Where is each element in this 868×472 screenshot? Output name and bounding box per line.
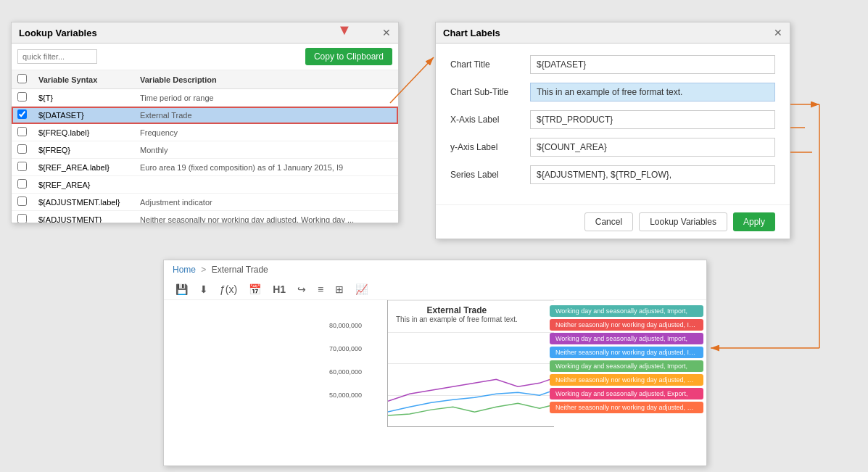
row-checkbox-cell[interactable] <box>12 107 33 124</box>
lookup-dialog-title: Lookup Variables <box>19 28 97 38</box>
legend-item: Working day and seasonally adjusted, Exp… <box>550 388 703 399</box>
row-checkbox-cell[interactable] <box>12 159 33 176</box>
row-description <box>134 176 398 194</box>
lookup-dialog-close[interactable]: ✕ <box>382 27 391 38</box>
form-input-3[interactable] <box>530 138 775 157</box>
lookup-toolbar: Copy to Clipboard <box>12 44 398 70</box>
row-checkbox[interactable] <box>17 92 27 102</box>
chart-labels-dialog: Chart Labels ✕ Chart Title Chart Sub-Tit… <box>435 22 790 239</box>
row-description: External Trade <box>134 107 398 124</box>
row-syntax: ${ADJUSTMENT} <box>33 211 134 223</box>
lookup-variables-dialog: Lookup Variables ✕ Copy to Clipboard Var… <box>11 22 399 223</box>
table-header-row: Variable Syntax Variable Description <box>12 70 398 89</box>
form-input-4[interactable] <box>530 165 775 184</box>
chart-labels-close[interactable]: ✕ <box>774 27 782 38</box>
table-row[interactable]: ${ADJUSTMENT} Neither seasonally nor wor… <box>12 211 398 223</box>
y-axis-value-2: 70,000,000 <box>329 345 362 352</box>
table-row[interactable]: ${T} Time period or range <box>12 89 398 107</box>
table-row[interactable]: ${DATASET} External Trade <box>12 107 398 124</box>
legend-item: Working day and seasonally adjusted, Imp… <box>550 305 703 317</box>
form-row-2: X-Axis Label <box>450 110 775 129</box>
legend-item: Neither seasonally nor working day adjus… <box>550 374 703 386</box>
form-label-2: X-Axis Label <box>450 115 530 125</box>
chart-legend: Working day and seasonally adjusted, Imp… <box>547 302 706 416</box>
row-checkbox-cell[interactable] <box>12 141 33 159</box>
cancel-button[interactable]: Cancel <box>584 212 633 231</box>
table-row[interactable]: ${REF_AREA.label} Euro area 19 (fixed co… <box>12 159 398 176</box>
row-checkbox-cell[interactable] <box>12 194 33 211</box>
download-icon[interactable]: ⬇ <box>197 282 211 297</box>
legend-item: Neither seasonally nor working day adjus… <box>550 402 703 413</box>
form-row-0: Chart Title <box>450 55 775 74</box>
row-checkbox[interactable] <box>17 196 27 206</box>
breadcrumb-separator: > <box>201 265 206 275</box>
form-input-2[interactable] <box>530 110 775 129</box>
row-description: Monthly <box>134 141 398 159</box>
function-icon[interactable]: ƒ(x) <box>217 282 240 297</box>
variables-table: Variable Syntax Variable Description ${T… <box>12 70 398 223</box>
list-icon[interactable]: ≡ <box>315 282 326 297</box>
lookup-variables-button[interactable]: Lookup Variables <box>639 212 727 231</box>
form-label-4: Series Label <box>450 170 530 180</box>
chart-labels-footer: Cancel Lookup Variables Apply <box>436 204 790 239</box>
breadcrumb-home[interactable]: Home <box>173 265 196 275</box>
chart-toolbar: 💾 ⬇ ƒ(x) 📅 H1 ↪ ≡ ⊞ 📈 <box>164 279 706 300</box>
row-checkbox[interactable] <box>17 179 27 189</box>
row-checkbox[interactable] <box>17 214 27 223</box>
row-description: Adjustment indicator <box>134 194 398 211</box>
legend-item: Neither seasonally nor working day adjus… <box>550 319 703 331</box>
table-row[interactable]: ${FREQ.label} Frequency <box>12 124 398 141</box>
row-checkbox[interactable] <box>17 127 27 136</box>
apply-button[interactable]: Apply <box>733 212 775 231</box>
table-icon[interactable]: ⊞ <box>332 282 347 297</box>
breadcrumb-current: External Trade <box>212 265 268 275</box>
table-row[interactable]: ${ADJUSTMENT.label} Adjustment indicator <box>12 194 398 211</box>
legend-item: Neither seasonally nor working day adjus… <box>550 347 703 358</box>
filter-input[interactable] <box>17 49 97 64</box>
row-syntax: ${FREQ.label} <box>33 124 134 141</box>
form-input-1[interactable] <box>530 83 775 102</box>
variables-table-container: Variable Syntax Variable Description ${T… <box>12 70 398 223</box>
row-description: Euro area 19 (fixed composition) as of 1… <box>134 159 398 176</box>
row-description: Frequency <box>134 124 398 141</box>
share-icon[interactable]: ↪ <box>294 282 309 297</box>
chart-breadcrumb: Home > External Trade <box>164 260 706 279</box>
select-all-checkbox[interactable] <box>17 74 27 83</box>
row-checkbox-cell[interactable] <box>12 211 33 223</box>
form-row-1: Chart Sub-Title <box>450 83 775 102</box>
y-axis-value-3: 60,000,000 <box>329 368 362 376</box>
row-checkbox-cell[interactable] <box>12 124 33 141</box>
row-syntax: ${ADJUSTMENT.label} <box>33 194 134 211</box>
row-checkbox[interactable] <box>17 162 27 171</box>
row-checkbox-cell[interactable] <box>12 176 33 194</box>
save-icon[interactable]: 💾 <box>173 282 191 297</box>
heading-icon[interactable]: H1 <box>270 282 289 297</box>
row-checkbox[interactable] <box>17 144 27 154</box>
table-row[interactable]: ${REF_AREA} <box>12 176 398 194</box>
copy-to-clipboard-button[interactable]: Copy to Clipboard <box>305 48 392 65</box>
legend-item: Working day and seasonally adjusted, Imp… <box>550 360 703 372</box>
table-row[interactable]: ${FREQ} Monthly <box>12 141 398 159</box>
form-row-4: Series Label <box>450 165 775 184</box>
y-axis-value-4: 50,000,000 <box>329 392 362 399</box>
row-syntax: ${FREQ} <box>33 141 134 159</box>
legend-item: Working day and seasonally adjusted, Imp… <box>550 333 703 344</box>
row-checkbox[interactable] <box>17 109 27 119</box>
chart-panel: Home > External Trade 💾 ⬇ ƒ(x) 📅 H1 ↪ ≡ … <box>163 260 707 466</box>
chart-sub-title: This in an example of free format text. <box>396 315 518 323</box>
syntax-header: Variable Syntax <box>33 70 134 89</box>
description-header: Variable Description <box>134 70 398 89</box>
form-label-3: y-Axis Label <box>450 142 530 152</box>
row-description: Time period or range <box>134 89 398 107</box>
form-label-1: Chart Sub-Title <box>450 87 530 97</box>
chart-line-icon[interactable]: 📈 <box>352 282 371 297</box>
row-syntax: ${REF_AREA} <box>33 176 134 194</box>
chart-labels-body: Chart Title Chart Sub-Title X-Axis Label… <box>436 44 790 204</box>
red-down-arrow-indicator: ▼ <box>337 22 352 38</box>
row-syntax: ${DATASET} <box>33 107 134 124</box>
calendar-icon[interactable]: 📅 <box>246 282 264 297</box>
chart-main-title: External Trade <box>396 305 518 315</box>
row-checkbox-cell[interactable] <box>12 89 33 107</box>
form-label-0: Chart Title <box>450 59 530 70</box>
form-input-0[interactable] <box>530 55 775 74</box>
